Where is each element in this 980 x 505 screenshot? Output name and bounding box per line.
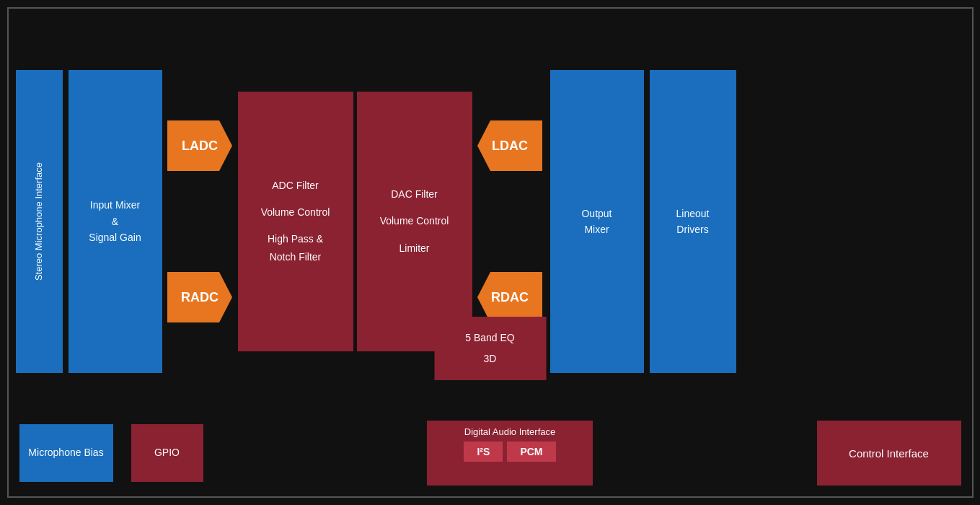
radc-arrow: RADC <box>167 272 232 322</box>
signal-flow-area: Stereo Microphone Interface Input Mixer&… <box>16 48 965 395</box>
adc-filter-label: ADC Filter <box>272 177 319 195</box>
dac-filter-label: DAC Filter <box>391 185 438 203</box>
control-interface-block: Control Interface <box>817 421 961 486</box>
output-mixer-block: OutputMixer <box>550 70 644 373</box>
dac-volume-label: Volume Control <box>380 212 449 230</box>
adc-filter-block: ADC Filter Volume Control High Pass &Not… <box>238 92 353 351</box>
stereo-mic-block: Stereo Microphone Interface <box>16 70 63 373</box>
rdac-label: RDAC <box>491 290 529 305</box>
input-mixer-label: Input Mixer&Signal Gain <box>89 197 141 245</box>
output-mixer-label: OutputMixer <box>581 206 612 238</box>
ladc-label: LADC <box>182 139 218 154</box>
adc-arrows-col: LADC RADC <box>166 70 234 373</box>
mic-bias-label: Microphone Bias <box>28 446 103 460</box>
gpio-label: GPIO <box>154 446 180 460</box>
input-mixer-block: Input Mixer&Signal Gain <box>69 70 162 373</box>
dac-limiter-label: Limiter <box>399 240 429 258</box>
bottom-bar: Microphone Bias GPIO Digital Audio Inter… <box>19 421 961 486</box>
dai-inner: I²S PCM <box>464 442 555 462</box>
lineout-drivers-block: LineoutDrivers <box>650 70 736 373</box>
eq-label: 5 Band EQ <box>465 329 515 347</box>
dac-filter-block: DAC Filter Volume Control Limiter <box>357 92 472 351</box>
ldac-label: LDAC <box>492 139 528 154</box>
eq-3d-block: 5 Band EQ 3D <box>434 317 546 380</box>
main-container: Stereo Microphone Interface Input Mixer&… <box>7 7 974 498</box>
ldac-arrow: LDAC <box>477 120 542 171</box>
dai-label: Digital Audio Interface <box>464 426 555 437</box>
pcm-block: PCM <box>507 442 555 462</box>
rdac-arrow: RDAC <box>477 272 542 322</box>
gpio-block: GPIO <box>131 424 203 482</box>
adc-highpass-label: High Pass &Notch Filter <box>268 230 323 266</box>
mic-bias-block: Microphone Bias <box>19 424 113 482</box>
pcm-label: PCM <box>520 446 542 457</box>
i2s-block: I²S <box>464 442 503 462</box>
threed-label: 3D <box>484 350 497 368</box>
control-interface-label: Control Interface <box>849 446 929 461</box>
radc-label: RADC <box>181 290 218 305</box>
ladc-arrow: LADC <box>167 120 232 171</box>
stereo-mic-label: Stereo Microphone Interface <box>32 162 45 281</box>
dai-block: Digital Audio Interface I²S PCM <box>427 421 593 486</box>
i2s-label: I²S <box>477 446 490 457</box>
lineout-drivers-label: LineoutDrivers <box>676 206 710 238</box>
adc-volume-label: Volume Control <box>261 203 330 221</box>
